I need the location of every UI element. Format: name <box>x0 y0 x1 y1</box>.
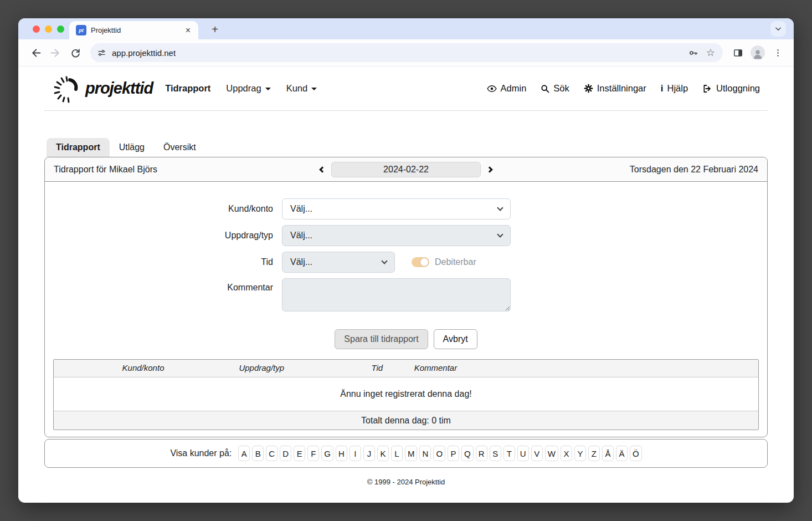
action-hjälp[interactable]: iHjälp <box>661 83 688 94</box>
action-sök[interactable]: Sök <box>541 83 569 94</box>
letter-button-P[interactable]: P <box>448 446 459 461</box>
browser-tab-strip: pt Projekttid × + <box>18 18 794 39</box>
header-actions: AdminSökInställningariHjälpUtloggning <box>487 83 760 94</box>
letter-button-R[interactable]: R <box>476 446 487 461</box>
back-icon[interactable] <box>27 44 44 61</box>
letter-button-X[interactable]: X <box>561 446 572 461</box>
table-header-row: Kund/kontoUppdrag/typTidKommentar <box>54 360 758 377</box>
letter-button-Ö[interactable]: Ö <box>630 446 642 461</box>
forward-icon[interactable] <box>47 44 64 61</box>
letter-button-M[interactable]: M <box>405 446 418 461</box>
nav-item-uppdrag[interactable]: Uppdrag <box>226 83 270 94</box>
tab-search-chevron-icon[interactable] <box>770 21 786 37</box>
chevron-down-icon <box>497 205 503 211</box>
letter-button-T[interactable]: T <box>503 446 515 461</box>
letter-button-V[interactable]: V <box>531 446 543 461</box>
kommentar-label: Kommentar <box>45 278 282 293</box>
letter-button-I[interactable]: I <box>350 446 361 461</box>
column-header-kommentar: Kommentar <box>414 363 458 372</box>
letter-button-W[interactable]: W <box>545 446 558 461</box>
tab-close-icon[interactable]: × <box>183 25 193 36</box>
url-bar[interactable]: app.projekttid.net ☆ <box>90 43 723 62</box>
tab-utlägg[interactable]: Utlägg <box>110 138 154 157</box>
date-input[interactable]: 2024-02-22 <box>331 162 481 177</box>
password-key-icon[interactable] <box>688 48 698 58</box>
letter-button-U[interactable]: U <box>517 446 529 461</box>
app-logo[interactable]: projekttid <box>52 71 153 106</box>
form-buttons: Spara till tidrapport Avbryt <box>45 329 767 349</box>
side-panel-icon[interactable] <box>729 44 746 61</box>
maximize-window-button[interactable] <box>57 25 64 33</box>
letter-button-Y[interactable]: Y <box>574 446 586 461</box>
letter-button-J[interactable]: J <box>363 446 375 461</box>
letter-button-F[interactable]: F <box>307 446 319 461</box>
letter-button-A[interactable]: A <box>238 446 250 461</box>
letter-button-S[interactable]: S <box>490 446 501 461</box>
column-header-uppdrag-typ: Uppdrag/typ <box>239 363 284 372</box>
tid-label: Tid <box>45 257 282 267</box>
letter-button-K[interactable]: K <box>377 446 389 461</box>
letter-button-B[interactable]: B <box>252 446 264 461</box>
debiterbar-label: Debiterbar <box>435 257 476 267</box>
tab-översikt[interactable]: Översikt <box>154 138 205 157</box>
save-button[interactable]: Spara till tidrapport <box>335 329 428 349</box>
app-header: projekttid TidrapportUppdragKund AdminSö… <box>44 67 768 111</box>
letter-button-Q[interactable]: Q <box>461 446 474 461</box>
info-icon: i <box>661 83 664 94</box>
close-window-button[interactable] <box>33 25 40 33</box>
nav-item-tidrapport[interactable]: Tidrapport <box>165 83 210 94</box>
letter-button-L[interactable]: L <box>391 446 403 461</box>
action-admin[interactable]: Admin <box>487 83 527 94</box>
browser-toolbar: app.projekttid.net ☆ <box>18 39 794 67</box>
total-message: Totalt denna dag: 0 tim <box>361 416 451 426</box>
caret-down-icon <box>265 88 271 90</box>
site-settings-icon[interactable] <box>97 48 106 58</box>
letter-button-E[interactable]: E <box>294 446 305 461</box>
letter-button-Ä[interactable]: Ä <box>616 446 628 461</box>
letter-button-C[interactable]: C <box>266 446 277 461</box>
footer-copyright: © 1999 - 2024 Projekttid <box>44 478 768 486</box>
app-page: projekttid TidrapportUppdragKund AdminSö… <box>18 67 794 502</box>
bookmark-star-icon[interactable]: ☆ <box>706 48 715 58</box>
uppdrag-typ-label: Uppdrag/typ <box>45 231 282 241</box>
letter-button-O[interactable]: O <box>433 446 445 461</box>
nav-item-kund[interactable]: Kund <box>286 83 317 94</box>
menu-dots-icon[interactable] <box>769 44 786 61</box>
letter-button-N[interactable]: N <box>419 446 431 461</box>
chevron-down-icon <box>497 231 503 237</box>
traffic-lights <box>33 25 64 33</box>
uppdrag-typ-select[interactable]: Välj... <box>282 225 511 246</box>
url-text[interactable]: app.projekttid.net <box>112 48 682 58</box>
new-tab-button[interactable]: + <box>208 22 222 37</box>
kund-konto-select[interactable]: Välj... <box>282 198 511 219</box>
browser-tab[interactable]: pt Projekttid × <box>69 21 198 39</box>
reload-icon[interactable] <box>67 44 84 61</box>
letter-button-Å[interactable]: Å <box>602 446 614 461</box>
report-title: Tidrapport för Mikael Björs <box>54 165 157 175</box>
date-long-label: Torsdagen den 22 Februari 2024 <box>630 165 758 175</box>
eye-icon <box>487 84 497 94</box>
next-day-icon[interactable] <box>486 166 492 172</box>
panel-header: Tidrapport för Mikael Björs 2024-02-22 T… <box>45 157 767 182</box>
section-tabs: TidrapportUtläggÖversikt <box>44 136 768 157</box>
table-total-row: Totalt denna dag: 0 tim <box>54 411 758 430</box>
tab-tidrapport[interactable]: Tidrapport <box>47 138 110 157</box>
action-inställningar[interactable]: Inställningar <box>584 83 646 94</box>
minimize-window-button[interactable] <box>45 25 52 33</box>
kommentar-textarea[interactable] <box>282 278 511 311</box>
letter-button-G[interactable]: G <box>321 446 333 461</box>
debiterbar-toggle[interactable] <box>412 257 429 267</box>
customer-letter-filter: Visa kunder på: ABCDEFGHIJKLMNOPQRSTUVWX… <box>44 439 768 468</box>
logo-text: projekttid <box>85 79 153 98</box>
previous-day-icon[interactable] <box>319 166 325 172</box>
logo-burst-icon <box>52 71 84 106</box>
browser-window: pt Projekttid × + app.projekttid.net <box>18 18 794 503</box>
letter-button-H[interactable]: H <box>336 446 347 461</box>
profile-avatar[interactable] <box>749 44 766 61</box>
letter-button-D[interactable]: D <box>280 446 291 461</box>
tab-title: Projekttid <box>91 26 179 34</box>
letter-button-Z[interactable]: Z <box>588 446 600 461</box>
cancel-button[interactable]: Avbryt <box>434 329 477 349</box>
tid-select[interactable]: Välj... <box>282 252 395 273</box>
action-utloggning[interactable]: Utloggning <box>702 83 760 94</box>
